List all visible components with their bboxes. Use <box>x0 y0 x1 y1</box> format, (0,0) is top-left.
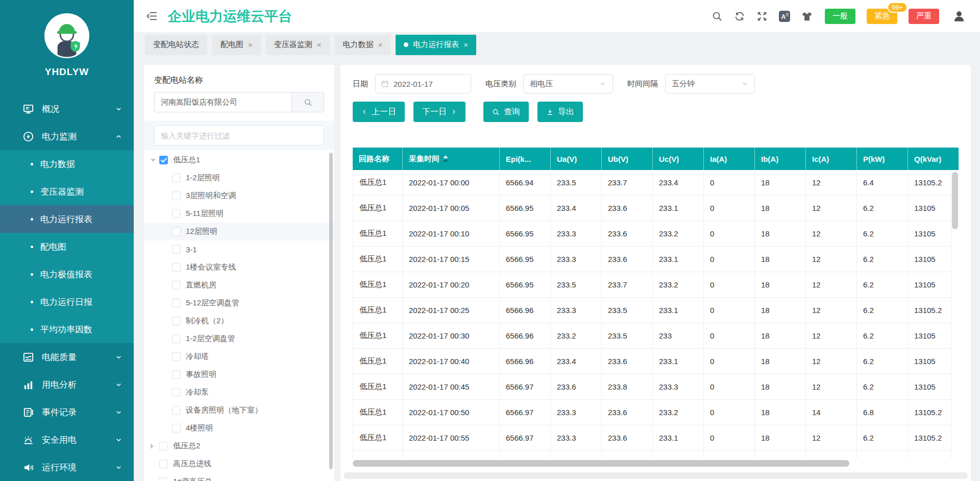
tree-node[interactable]: 冷却塔 <box>144 348 334 366</box>
sidebar-menu-item[interactable]: 概况 <box>0 95 134 123</box>
translate-icon[interactable]: A文 <box>779 11 790 22</box>
column-header: P(kW) <box>857 148 908 170</box>
checkbox[interactable] <box>172 317 181 325</box>
sidebar-menu-label: 事件记录 <box>42 406 115 418</box>
tree-node[interactable]: 3-1 <box>144 240 334 258</box>
sidebar-submenu-item[interactable]: 电力运行日报 <box>0 288 134 316</box>
date-picker[interactable]: 2022-01-17 <box>375 74 471 93</box>
column-header[interactable]: 采集时间 <box>403 148 500 170</box>
voltage-type-select[interactable]: 相电压 <box>523 74 613 93</box>
collapse-menu-icon[interactable] <box>146 10 158 22</box>
sidebar-submenu-item[interactable]: 变压器监测 <box>0 178 134 205</box>
station-search-input[interactable] <box>154 92 291 112</box>
tree-node[interactable]: 高压总进线 <box>144 455 334 473</box>
tree-node[interactable]: 4楼照明 <box>144 419 334 437</box>
refresh-icon[interactable] <box>734 11 745 22</box>
checkbox[interactable] <box>172 388 181 397</box>
station-search-button[interactable] <box>291 92 324 112</box>
checkbox[interactable] <box>172 209 181 218</box>
table-cell: 6.2 <box>857 374 908 400</box>
tree-node[interactable]: 设备房照明（地下室） <box>144 401 334 419</box>
table-vertical-scrollbar[interactable] <box>952 172 958 229</box>
tree-node[interactable]: 1楼会议室专线 <box>144 258 334 276</box>
checkbox[interactable] <box>172 191 181 200</box>
prev-day-button[interactable]: 上一日 <box>353 102 405 122</box>
checkbox[interactable] <box>172 227 181 236</box>
checkbox[interactable] <box>159 477 168 481</box>
sidebar-menu-item[interactable]: 用电分析 <box>0 371 134 398</box>
horizontal-scroll-thumb[interactable] <box>353 460 849 467</box>
tree-node[interactable]: 冷却泵 <box>144 383 334 401</box>
export-button[interactable]: 导出 <box>537 102 583 122</box>
tree-node[interactable]: 事故照明 <box>144 366 334 383</box>
theme-icon[interactable] <box>801 11 813 22</box>
close-tab-icon[interactable]: × <box>248 40 253 49</box>
tab-item[interactable]: 电力运行报表× <box>396 35 476 55</box>
bullet-icon <box>31 273 33 276</box>
station-panel: 变配电站名称 低压总11-2层照明3层照明和空调5-11层照明12层照明3-11… <box>144 65 334 481</box>
interval-select[interactable]: 五分钟 <box>665 74 755 93</box>
sidebar-menu-item[interactable]: 运行环境 <box>0 453 134 481</box>
tree-node[interactable]: 低压总1 <box>144 151 334 169</box>
checkbox[interactable] <box>172 299 181 307</box>
close-tab-icon[interactable]: × <box>378 40 383 49</box>
query-button[interactable]: 查询 <box>483 102 529 122</box>
sidebar-submenu-item[interactable]: 电力数据 <box>0 150 134 178</box>
alarm-badge[interactable]: 严重 <box>909 9 939 24</box>
tree-node[interactable]: 12层照明 <box>144 223 334 240</box>
tree-node[interactable]: 5-11层照明 <box>144 205 334 223</box>
tab-item[interactable]: 电力数据× <box>335 35 391 55</box>
tree-node[interactable]: 1#变高压总 <box>144 473 334 481</box>
checkbox[interactable] <box>172 281 181 290</box>
checkbox[interactable] <box>172 174 181 182</box>
sidebar-menu-item[interactable]: 安全用电 <box>0 426 134 453</box>
voltage-type-label: 电压类别 <box>485 79 516 89</box>
tree-filter-input[interactable] <box>154 125 324 146</box>
checkbox[interactable] <box>172 245 181 254</box>
sidebar-submenu-item[interactable]: 配电图 <box>0 233 134 260</box>
sidebar-submenu-item[interactable]: 平均功率因数 <box>0 316 134 343</box>
checkbox[interactable] <box>172 263 181 272</box>
expander-icon[interactable] <box>151 159 159 162</box>
next-day-button[interactable]: 下一日 <box>413 102 465 122</box>
alarm-badges: 一般紧急99+严重 <box>824 9 939 24</box>
sidebar-submenu-item[interactable]: 电力运行报表 <box>0 205 134 233</box>
checkbox[interactable] <box>172 406 181 415</box>
tree-scrollbar[interactable] <box>329 153 333 469</box>
tree-node[interactable]: 3层照明和空调 <box>144 187 334 205</box>
checkbox[interactable] <box>172 334 181 343</box>
search-icon[interactable] <box>712 11 723 22</box>
sidebar-menu-item[interactable]: 事件记录 <box>0 398 134 426</box>
panel-bottom-scrollbar[interactable] <box>344 472 968 479</box>
tree-node[interactable]: 5-12层空调盘管 <box>144 294 334 312</box>
sidebar-menu-item[interactable]: 电能质量 <box>0 343 134 371</box>
close-tab-icon[interactable]: × <box>317 40 322 49</box>
checkbox[interactable] <box>159 156 168 164</box>
checkbox[interactable] <box>172 424 181 432</box>
sort-carets-icon[interactable] <box>443 155 448 163</box>
alarm-badge[interactable]: 一般 <box>825 9 855 24</box>
fullscreen-icon[interactable] <box>756 11 768 22</box>
tree-node[interactable]: 直燃机房 <box>144 276 334 294</box>
checkbox[interactable] <box>159 442 168 450</box>
tree-node[interactable]: 制冷机（2） <box>144 312 334 330</box>
sidebar-menu-item[interactable]: 电力监测 <box>0 123 134 150</box>
checkbox[interactable] <box>159 460 168 468</box>
tree-node[interactable]: 1-2层空调盘管 <box>144 330 334 348</box>
table-cell: 18 <box>755 247 806 272</box>
expander-icon[interactable] <box>151 444 159 449</box>
tab-item[interactable]: 配电图× <box>212 35 261 55</box>
checkbox[interactable] <box>172 352 181 361</box>
tab-item[interactable]: 变压器监测× <box>266 35 330 55</box>
column-header-label: Ia(A) <box>710 155 727 163</box>
column-header: Uc(V) <box>653 148 704 170</box>
checkbox[interactable] <box>172 370 181 379</box>
content-area: 变配电站名称 低压总11-2层照明3层照明和空调5-11层照明12层照明3-11… <box>134 57 980 481</box>
tree-node[interactable]: 低压总2 <box>144 437 334 455</box>
close-tab-icon[interactable]: × <box>463 40 468 49</box>
sidebar-submenu-item[interactable]: 电力极值报表 <box>0 260 134 288</box>
user-icon[interactable] <box>952 10 966 23</box>
tree-node[interactable]: 1-2层照明 <box>144 169 334 187</box>
alarm-badge[interactable]: 紧急99+ <box>867 9 897 24</box>
tab-item[interactable]: 变配电站状态 <box>145 35 207 55</box>
